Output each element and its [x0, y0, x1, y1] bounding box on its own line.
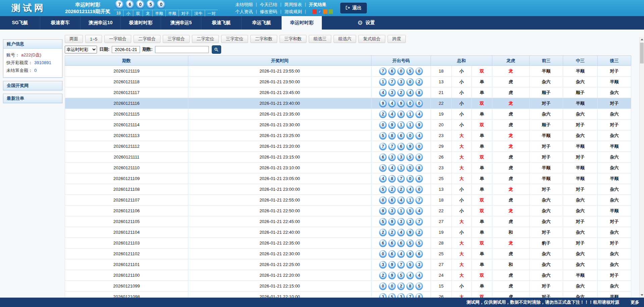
orange-color-square[interactable]	[323, 9, 328, 14]
sum-cell: 25	[431, 173, 452, 184]
time-cell: 2026-01-21 22:55:00	[188, 195, 371, 206]
lottery-ball: 4	[397, 196, 405, 204]
result-tag: 对子	[179, 10, 192, 16]
sidebar-link[interactable]: 全国开奖网	[3, 81, 62, 90]
submenu-button-4[interactable]: 三字组合	[163, 35, 190, 43]
parity-cell: 单	[472, 130, 492, 141]
lottery-ball: 5	[406, 261, 414, 268]
nav-tab-5[interactable]: 极速飞艇	[201, 16, 241, 30]
parity-cell: 单	[472, 173, 492, 184]
size-cell: 大	[452, 238, 472, 249]
middle-three-cell: 杂六	[563, 227, 598, 238]
balls-cell: 77690	[371, 141, 431, 152]
latest-result-block: 76050 18小双龙半顺半顺对子没牛一对	[114, 0, 218, 16]
account-panel-title: 账户信息	[3, 40, 62, 48]
header-links-row1: 未结明细|今天已结|两周报表|开奖结果	[235, 1, 333, 8]
lottery-ball: 1	[379, 78, 387, 86]
submenu-button-8[interactable]: 三字和数	[280, 35, 306, 43]
submenu-button-0[interactable]: 两面	[65, 35, 83, 43]
header-link[interactable]: 个人资讯	[235, 8, 253, 15]
submenu-button-11[interactable]: 复式组合	[358, 35, 385, 43]
filter-bar: 幸运时时彩 日期: 期数:	[65, 45, 644, 54]
middle-three-cell: 杂六	[563, 195, 598, 206]
dragon-tiger-cell: 龙	[492, 66, 530, 77]
issue-cell: 20260121116	[65, 98, 188, 109]
parity-cell: 单	[472, 184, 492, 195]
header-link[interactable]: 游戏规则	[284, 8, 302, 15]
scrollbar-thumb[interactable]	[640, 43, 644, 63]
nav-tab-4[interactable]: 澳洲幸运5	[161, 16, 201, 30]
result-tag: 双	[133, 10, 143, 16]
lottery-ball: 0	[406, 175, 414, 182]
footer-bar: 测试网，仅供测试用，数据不定时清除，请勿当正式盘下注！！！租用请核对源 更多	[0, 298, 644, 307]
submenu-button-7[interactable]: 二字和数	[250, 35, 277, 43]
footer-more-link[interactable]: 更多	[631, 299, 639, 305]
middle-three-cell: 对子	[563, 120, 598, 130]
table-row: 202601211062026-01-21 22:50:009315422小双龙…	[65, 206, 631, 216]
middle-three-cell: 半顺	[563, 270, 598, 281]
search-button[interactable]	[212, 45, 221, 54]
back-three-cell: 杂六	[598, 184, 631, 195]
front-three-cell: 对子	[530, 227, 563, 238]
back-three-cell: 半顺	[598, 206, 631, 216]
submenu-button-3[interactable]: 二字组合	[134, 35, 160, 43]
lottery-ball: 1	[397, 164, 405, 172]
lottery-ball: 6	[388, 68, 396, 75]
issue-input[interactable]	[155, 46, 209, 53]
lottery-ball: 7	[379, 143, 387, 150]
issue-cell: 20260121113	[65, 130, 188, 141]
sidebar-link[interactable]: 最新注单	[3, 94, 62, 103]
submenu-button-12[interactable]: 跨度	[388, 35, 406, 43]
logout-label: 退出	[352, 5, 362, 11]
size-cell: 大	[452, 130, 472, 141]
date-input[interactable]	[112, 46, 140, 53]
lottery-ball: 0	[406, 100, 414, 107]
lottery-ball: 6	[415, 250, 423, 258]
result-tag: 小	[123, 10, 133, 16]
vertical-scrollbar[interactable]	[639, 37, 644, 298]
submenu-button-9[interactable]: 组选三	[309, 35, 331, 43]
submenu-button-6[interactable]: 三字定位	[221, 35, 248, 43]
back-three-cell: 杂六	[598, 227, 631, 238]
header-link[interactable]: 未结明细	[235, 1, 253, 8]
submenu-button-10[interactable]: 组选六	[334, 35, 356, 43]
red-color-square[interactable]	[312, 9, 317, 14]
back-three-cell: 杂六	[598, 130, 631, 141]
middle-three-cell: 对子	[563, 238, 598, 249]
lottery-ball: 3	[406, 218, 414, 225]
back-three-cell: 对子	[598, 120, 631, 130]
game-select[interactable]: 幸运时时彩	[65, 46, 97, 53]
header-link[interactable]: 今天已结	[260, 1, 277, 8]
submenu-button-2[interactable]: 一字组合	[104, 35, 131, 43]
blue-color-square[interactable]: ✓	[318, 9, 322, 14]
header-link[interactable]: 修改密码	[260, 8, 277, 15]
scroll-down-arrow-icon[interactable]	[640, 293, 644, 298]
submenu-button-1[interactable]: 1~5	[85, 35, 102, 43]
parity-cell: 单	[472, 141, 492, 152]
nav-tab-0[interactable]: SG飞艇	[0, 16, 40, 30]
submenu-button-5[interactable]: 二字定位	[192, 35, 219, 43]
scroll-up-arrow-icon[interactable]	[640, 37, 644, 42]
nav-tab-3[interactable]: 极速时时彩	[120, 16, 161, 30]
lottery-ball: 3	[397, 218, 405, 225]
nav-tab-7[interactable]: 幸运时时彩	[282, 16, 322, 30]
settings-button[interactable]: ⚙ 设置	[357, 16, 375, 30]
size-cell: 大	[452, 173, 472, 184]
header-link[interactable]: 开奖结果	[309, 1, 327, 8]
balls-group: 76050	[371, 68, 431, 75]
green-color-square[interactable]	[329, 9, 333, 14]
logout-button[interactable]: 退出	[340, 3, 367, 13]
lottery-ball: 3	[397, 154, 405, 161]
front-three-cell: 对子	[530, 184, 563, 195]
account-value: a222(D盘)	[21, 52, 41, 57]
issue-cell: 20260121104	[65, 227, 188, 238]
nav-tab-2[interactable]: 澳洲幸运10	[80, 16, 120, 30]
parity-cell: 单	[472, 259, 492, 270]
balls-group: 24814	[371, 111, 431, 118]
lottery-ball: 3	[397, 78, 405, 86]
nav-tab-1[interactable]: 极速赛车	[40, 16, 80, 30]
header-link[interactable]: 两周报表	[284, 1, 302, 8]
nav-tab-6[interactable]: 幸运飞艇	[241, 16, 282, 30]
parity-cell: 单	[472, 109, 492, 120]
balls-group: 93154	[371, 207, 431, 215]
